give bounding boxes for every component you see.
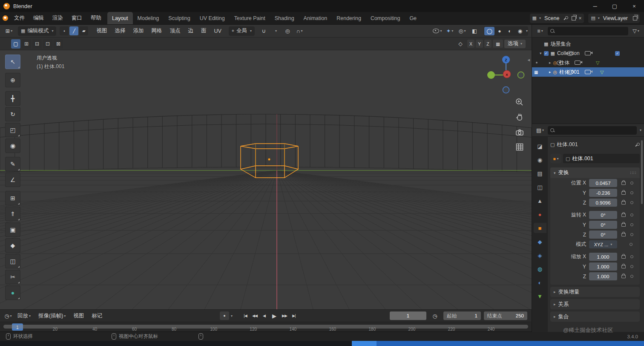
show-visibility-button[interactable]: ▾: [432, 26, 443, 36]
scale-x-field[interactable]: 1.000: [589, 253, 617, 261]
viewport-canvas[interactable]: [0, 50, 532, 309]
viewport-menu-视图[interactable]: 视图: [92, 25, 111, 37]
collection-checkbox[interactable]: ✓: [544, 51, 549, 56]
scale-z-field[interactable]: 1.000: [589, 272, 617, 280]
proportional-falloff-button[interactable]: ∩▾: [294, 26, 305, 36]
expand-icon[interactable]: ▸: [549, 70, 551, 74]
auto-keying-button[interactable]: ●: [220, 311, 229, 320]
workspace-tab-rendering[interactable]: Rendering: [332, 12, 366, 24]
axis-y-button[interactable]: Y: [476, 40, 483, 48]
outliner-row-scene-collection[interactable]: ▦ 场景集合: [532, 39, 644, 49]
hide-eye-icon[interactable]: [567, 70, 573, 75]
properties-editor-type-button[interactable]: ▤▾: [535, 126, 546, 135]
section-delta-transform[interactable]: ▸变换增量: [550, 287, 640, 297]
browse-scene-icon[interactable]: ▦: [532, 15, 537, 21]
tool-transform[interactable]: ◉: [5, 138, 20, 153]
prev-keyframe-button[interactable]: ◀◀: [250, 311, 259, 320]
maximize-button[interactable]: ▢: [605, 0, 624, 12]
workspace-tab-modeling[interactable]: Modeling: [133, 12, 164, 24]
lock-icon[interactable]: [621, 191, 626, 195]
outliner-row-cylinder[interactable]: ▸ ◎ 柱体 ▽: [532, 58, 644, 67]
properties-tab-world[interactable]: ●: [534, 209, 546, 219]
new-viewlayer-icon[interactable]: [633, 16, 637, 20]
select-extend-button[interactable]: ⊞: [22, 39, 31, 49]
lock-icon[interactable]: [621, 233, 626, 236]
blender-menu-button[interactable]: [0, 15, 10, 21]
pin-icon[interactable]: [636, 143, 640, 147]
lock-icon[interactable]: [621, 213, 626, 217]
location-x-field[interactable]: 0.0457: [589, 179, 617, 187]
workspace-tab-layout[interactable]: Layout: [107, 12, 133, 24]
orientation-selector[interactable]: ⌖ 全局 ▾: [229, 26, 255, 36]
viewport-menu-面[interactable]: 面: [197, 25, 210, 37]
viewport-menu-添加[interactable]: 添加: [129, 25, 147, 37]
properties-tab-constraints[interactable]: ◐: [534, 277, 546, 288]
object-name-field[interactable]: ▢柱体.001: [563, 154, 640, 163]
xray-toggle-button[interactable]: ◧: [469, 26, 480, 36]
camera-view-button[interactable]: [513, 126, 526, 138]
object-type-button[interactable]: ■▾: [550, 154, 561, 163]
snap-magnet-button[interactable]: ∪: [258, 26, 269, 36]
proportional-edit-button[interactable]: ◎: [282, 26, 293, 36]
workspace-tab-sculpting[interactable]: Sculpting: [164, 12, 195, 24]
select-intersect-button[interactable]: ⊠: [54, 39, 63, 49]
toggle-ortho-button[interactable]: [513, 141, 526, 153]
workspace-tab-animation[interactable]: Animation: [299, 12, 332, 24]
menu-窗口[interactable]: 窗口: [67, 12, 86, 24]
timeline-menu-抠像(插帧)[interactable]: 抠像(插帧)▾: [34, 310, 69, 322]
wireframe-shading-button[interactable]: ◯: [484, 27, 494, 35]
3d-viewport[interactable]: 用户透视 (1) 柱体.001 ↖⊕╋↻◰◉✎∠⊞⇑▣◆◫✂● ZX ◂: [0, 50, 532, 309]
animate-dot[interactable]: [630, 213, 633, 216]
show-overlays-button[interactable]: ◎▾: [457, 26, 468, 36]
edge-select-button[interactable]: ╱: [69, 26, 78, 35]
tool-cursor[interactable]: ⊕: [5, 73, 20, 87]
pan-button[interactable]: [513, 111, 526, 124]
viewport-menu-UV[interactable]: UV: [210, 25, 225, 37]
region-collapse-icon[interactable]: ◂: [527, 57, 530, 63]
outliner-search[interactable]: [548, 27, 628, 35]
scale-y-field[interactable]: 1.000: [589, 262, 617, 271]
menu-编辑[interactable]: 编辑: [29, 12, 48, 24]
tool-move[interactable]: ╋: [5, 91, 20, 106]
timeline-ruler[interactable]: 1 20406080100120140160180200220240: [0, 322, 532, 332]
tool-loop-cut[interactable]: ◫: [5, 254, 20, 268]
animate-dot[interactable]: [630, 275, 633, 278]
properties-tab-output[interactable]: ▤: [534, 168, 546, 179]
tool-extrude[interactable]: ⇑: [5, 207, 20, 221]
animate-dot[interactable]: [630, 233, 633, 236]
keying-options-icon[interactable]: ▾: [231, 314, 233, 318]
mode-selector[interactable]: ▦ 编辑模式 ▾: [18, 26, 56, 36]
pin-icon[interactable]: [564, 16, 568, 20]
tool-inset[interactable]: ▣: [5, 222, 20, 237]
animate-dot[interactable]: [630, 191, 633, 194]
workspace-tab-compositing[interactable]: Compositing: [366, 12, 405, 24]
axis-z-button[interactable]: Z: [484, 40, 492, 48]
menu-帮助[interactable]: 帮助: [86, 12, 106, 24]
unlink-scene-icon[interactable]: ×: [578, 15, 581, 21]
outliner-display-mode-button[interactable]: ≡▾: [535, 26, 546, 36]
menu-文件[interactable]: 文件: [10, 12, 29, 24]
properties-tab-tool[interactable]: ◪: [534, 141, 546, 151]
frame-start-field[interactable]: 起始 1: [443, 311, 481, 320]
timeline-editor-type-button[interactable]: ◷▾: [3, 311, 14, 320]
expand-icon[interactable]: ▸: [549, 61, 551, 65]
properties-tab-scene[interactable]: ▲: [534, 196, 546, 206]
disable-render-icon[interactable]: [585, 51, 591, 55]
options-dropdown[interactable]: 选项▾: [504, 40, 526, 48]
zoom-button[interactable]: [513, 96, 526, 109]
shading-options-icon[interactable]: ▾: [526, 29, 528, 33]
properties-search[interactable]: [548, 126, 637, 135]
lock-icon[interactable]: [621, 265, 626, 268]
new-scene-icon[interactable]: [572, 16, 576, 20]
expand-icon[interactable]: ▾: [540, 51, 542, 55]
panel-grip-icon[interactable]: ∷∷: [630, 170, 636, 175]
use-preview-range-icon[interactable]: ◷: [429, 311, 440, 320]
animate-dot[interactable]: [630, 243, 632, 246]
tool-scale[interactable]: ◰: [5, 123, 20, 137]
tool-annotate[interactable]: ✎: [5, 157, 20, 171]
workspace-tab-texture-paint[interactable]: Texture Paint: [230, 12, 270, 24]
minimize-button[interactable]: ─: [585, 0, 605, 12]
hide-eye-icon[interactable]: [557, 61, 563, 65]
location-y-field[interactable]: -0.236: [589, 189, 617, 197]
mirror-icon[interactable]: ◇: [455, 39, 466, 49]
